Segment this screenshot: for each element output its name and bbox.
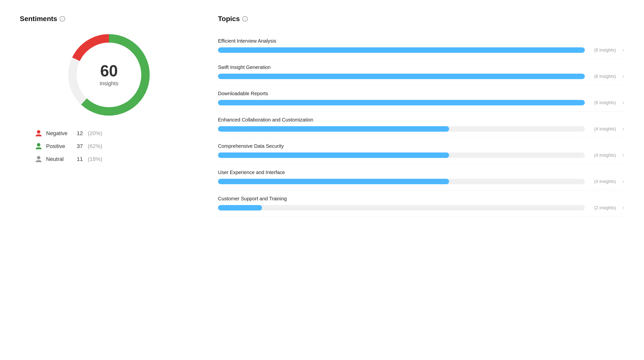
topics-info-icon[interactable]: i	[242, 16, 248, 22]
legend-positive-count: 37	[77, 143, 83, 150]
legend-negative-name: Negative	[46, 130, 73, 137]
topic-bar-fill	[218, 179, 449, 184]
topic-chevron-icon[interactable]: ›	[622, 47, 624, 53]
sentiments-header: Sentiments i	[20, 15, 198, 23]
topic-name: Downloadable Reports	[218, 91, 624, 97]
page-container: Sentiments i 60	[0, 0, 644, 232]
topic-bar-fill	[218, 47, 585, 53]
topic-bar-track	[218, 179, 585, 184]
sentiments-info-icon[interactable]: i	[60, 16, 65, 22]
sentiments-section: Sentiments i 60	[20, 15, 198, 217]
topic-item[interactable]: Customer Support and Training (2 insight…	[218, 190, 624, 217]
legend-item-positive: Positive 37 (62%)	[35, 142, 102, 150]
topic-bar-row: (4 insights) ›	[218, 152, 624, 158]
topic-bar-fill	[218, 152, 449, 158]
topic-item[interactable]: Swift Insight Generation (6 insights) ›	[218, 59, 624, 85]
topics-section: Topics i Efficient Interview Analysis (6…	[218, 15, 624, 217]
topic-bar-track	[218, 47, 585, 53]
topics-title: Topics	[218, 15, 240, 23]
person-neutral-icon	[35, 155, 42, 163]
topic-insights: (4 insights)	[589, 179, 616, 184]
topic-bar-fill	[218, 100, 585, 105]
topic-name: Enhanced Collaboration and Customization	[218, 117, 624, 123]
topic-chevron-icon[interactable]: ›	[622, 73, 624, 80]
topic-name: Swift Insight Generation	[218, 65, 624, 70]
donut-chart: 60 Insights	[67, 33, 151, 117]
legend-neutral-count: 11	[77, 156, 83, 162]
donut-label: Insights	[100, 80, 118, 87]
topic-bar-row: (4 insights) ›	[218, 126, 624, 132]
topic-chevron-icon[interactable]: ›	[622, 99, 624, 106]
topics-header: Topics i	[218, 15, 624, 23]
topic-bar-track	[218, 74, 585, 79]
topic-bar-track	[218, 152, 585, 158]
topic-insights: (4 insights)	[589, 126, 616, 132]
legend-positive-pct: (62%)	[88, 143, 102, 150]
topic-item[interactable]: Downloadable Reports (6 insights) ›	[218, 85, 624, 112]
svg-point-5	[37, 143, 40, 147]
topic-chevron-icon[interactable]: ›	[622, 205, 624, 211]
donut-center: 60 Insights	[100, 63, 118, 87]
topic-bar-row: (6 insights) ›	[218, 99, 624, 106]
topic-bar-row: (2 insights) ›	[218, 205, 624, 211]
legend-neutral-name: Neutral	[46, 156, 73, 162]
chart-area: 60 Insights Negative 12 (20%)	[20, 33, 198, 163]
topic-item[interactable]: Comprehensive Data Security (4 insights)…	[218, 138, 624, 164]
svg-point-4	[37, 130, 40, 134]
topics-list: Efficient Interview Analysis (6 insights…	[218, 33, 624, 217]
topic-insights: (2 insights)	[589, 205, 616, 210]
topic-chevron-icon[interactable]: ›	[622, 178, 624, 185]
topic-bar-row: (6 insights) ›	[218, 47, 624, 53]
topic-bar-fill	[218, 205, 262, 210]
legend-neutral-pct: (18%)	[88, 156, 102, 162]
topic-item[interactable]: Efficient Interview Analysis (6 insights…	[218, 33, 624, 59]
legend-negative-pct: (20%)	[88, 130, 102, 137]
svg-point-6	[37, 156, 40, 159]
topic-name: User Experience and Interface	[218, 170, 624, 175]
topic-insights: (4 insights)	[589, 153, 616, 158]
topic-insights: (6 insights)	[589, 48, 616, 53]
topic-item[interactable]: Enhanced Collaboration and Customization…	[218, 112, 624, 138]
sentiments-title: Sentiments	[20, 15, 57, 23]
topic-bar-row: (4 insights) ›	[218, 178, 624, 185]
topic-chevron-icon[interactable]: ›	[622, 126, 624, 132]
topic-bar-fill	[218, 74, 585, 79]
topic-name: Customer Support and Training	[218, 196, 624, 202]
topic-insights: (6 insights)	[589, 100, 616, 105]
topic-bar-track	[218, 100, 585, 105]
topic-name: Efficient Interview Analysis	[218, 38, 624, 44]
legend-item-neutral: Neutral 11 (18%)	[35, 155, 102, 163]
legend: Negative 12 (20%) Positive 37 (62%)	[35, 129, 102, 163]
donut-total: 60	[100, 63, 118, 79]
legend-item-negative: Negative 12 (20%)	[35, 129, 102, 137]
person-negative-icon	[35, 129, 42, 137]
topic-name: Comprehensive Data Security	[218, 143, 624, 149]
legend-positive-name: Positive	[46, 143, 73, 150]
topic-bar-fill	[218, 126, 449, 132]
topic-chevron-icon[interactable]: ›	[622, 152, 624, 158]
topic-insights: (6 insights)	[589, 74, 616, 79]
topic-item[interactable]: User Experience and Interface (4 insight…	[218, 164, 624, 190]
topic-bar-row: (6 insights) ›	[218, 73, 624, 80]
topic-bar-track	[218, 205, 585, 210]
topic-bar-track	[218, 126, 585, 132]
person-positive-icon	[35, 142, 42, 150]
legend-negative-count: 12	[77, 130, 83, 137]
